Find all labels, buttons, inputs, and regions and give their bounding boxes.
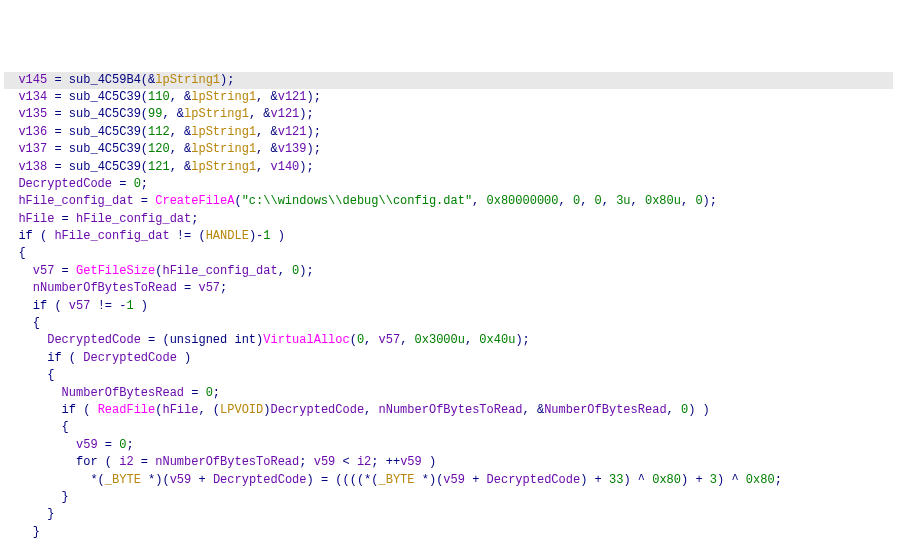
token-var: v59 xyxy=(170,473,192,487)
token-kw: ) + xyxy=(580,473,609,487)
token-kw: ( xyxy=(141,160,148,174)
token-var: hFile_config_dat xyxy=(54,229,169,243)
token-func: sub_4C59B4 xyxy=(69,73,141,87)
token-api: ReadFile xyxy=(98,403,156,417)
token-kw: = xyxy=(54,212,76,226)
token-var: nNumberOfBytesToRead xyxy=(379,403,523,417)
token-var: DecryptedCode xyxy=(487,473,581,487)
token-kw: *)( xyxy=(415,473,444,487)
token-kw: , xyxy=(580,194,594,208)
code-line[interactable]: DecryptedCode = (unsigned int)VirtualAll… xyxy=(4,332,893,349)
token-var: nNumberOfBytesToRead xyxy=(155,455,299,469)
token-kw: ( xyxy=(47,299,69,313)
code-line[interactable]: v136 = sub_4C5C39(112, &lpString1, &v121… xyxy=(4,124,893,141)
token-var: NumberOfBytesRead xyxy=(62,386,184,400)
token-kw: ) + xyxy=(681,473,710,487)
token-kw: ) xyxy=(270,229,284,243)
code-line[interactable]: v145 = sub_4C59B4(&lpString1); xyxy=(4,72,893,89)
code-line[interactable]: if ( v57 != -1 ) xyxy=(4,298,893,315)
token-kw: ) xyxy=(177,351,191,365)
token-kw: } xyxy=(62,490,69,504)
token-var: nNumberOfBytesToRead xyxy=(33,281,177,295)
token-kw: = xyxy=(47,125,69,139)
token-kw: = xyxy=(134,194,156,208)
token-kw: = xyxy=(47,160,69,174)
token-var: v121 xyxy=(278,90,307,104)
code-line[interactable]: } xyxy=(4,524,893,541)
token-kw: , xyxy=(559,194,573,208)
token-kw: ( xyxy=(141,142,148,156)
token-kw: , xyxy=(465,333,479,347)
code-line[interactable]: hFile = hFile_config_dat; xyxy=(4,211,893,228)
code-line[interactable]: if ( ReadFile(hFile, (LPVOID)DecryptedCo… xyxy=(4,402,893,419)
token-kw: != - xyxy=(90,299,126,313)
token-var: v145 xyxy=(18,73,47,87)
token-kw: { xyxy=(47,368,54,382)
code-line[interactable]: for ( i2 = nNumberOfBytesToRead; v59 < i… xyxy=(4,454,893,471)
token-kw: = xyxy=(112,177,134,191)
token-var: i2 xyxy=(119,455,133,469)
code-line[interactable]: if ( DecryptedCode ) xyxy=(4,350,893,367)
token-kw: ; xyxy=(213,386,220,400)
code-line[interactable]: { xyxy=(4,419,893,436)
token-num: 121 xyxy=(148,160,170,174)
token-var: DecryptedCode xyxy=(18,177,112,191)
code-line[interactable]: v57 = GetFileSize(hFile_config_dat, 0); xyxy=(4,263,893,280)
token-kw: , & xyxy=(249,107,271,121)
token-kw: ); xyxy=(220,73,234,87)
token-kw: , & xyxy=(256,90,278,104)
token-kw: ) xyxy=(134,299,148,313)
token-num: 0 xyxy=(134,177,141,191)
token-var: v59 xyxy=(76,438,98,452)
code-line[interactable]: NumberOfBytesRead = 0; xyxy=(4,385,893,402)
token-func: sub_4C5C39 xyxy=(69,160,141,174)
code-line[interactable]: { xyxy=(4,367,893,384)
token-kw: = xyxy=(47,73,69,87)
token-kw: , xyxy=(256,160,270,174)
token-kw: ) = ((((*( xyxy=(307,473,379,487)
token-var: v135 xyxy=(18,107,47,121)
code-line[interactable]: v59 = 0; xyxy=(4,437,893,454)
token-gvar: lpString1 xyxy=(191,90,256,104)
token-num: 1 xyxy=(126,299,133,313)
code-line[interactable]: v137 = sub_4C5C39(120, &lpString1, &v139… xyxy=(4,141,893,158)
code-line[interactable]: nNumberOfBytesToRead = v57; xyxy=(4,280,893,297)
token-kw: ) ^ xyxy=(623,473,652,487)
token-kw: != ( xyxy=(170,229,206,243)
token-kw: ); xyxy=(299,160,313,174)
code-line[interactable]: DecryptedCode = 0; xyxy=(4,176,893,193)
code-line[interactable]: v134 = sub_4C5C39(110, &lpString1, &v121… xyxy=(4,89,893,106)
token-num: 3u xyxy=(616,194,630,208)
token-var: i2 xyxy=(357,455,371,469)
token-kw: + xyxy=(191,473,213,487)
decompiler-code-view[interactable]: v145 = sub_4C59B4(&lpString1); v134 = su… xyxy=(4,72,893,543)
token-var: v137 xyxy=(18,142,47,156)
token-kw: ) xyxy=(422,455,436,469)
token-kw: ); xyxy=(299,107,313,121)
token-num: 0 xyxy=(595,194,602,208)
token-var: v57 xyxy=(33,264,55,278)
code-line[interactable]: { xyxy=(4,315,893,332)
token-api: GetFileSize xyxy=(76,264,155,278)
token-var: DecryptedCode xyxy=(213,473,307,487)
token-kw: { xyxy=(62,420,69,434)
token-var: v138 xyxy=(18,160,47,174)
code-line[interactable]: hFile_config_dat = CreateFileA("c:\\wind… xyxy=(4,193,893,210)
code-line[interactable]: v135 = sub_4C5C39(99, &lpString1, &v121)… xyxy=(4,106,893,123)
code-line[interactable]: *(_BYTE *)(v59 + DecryptedCode) = ((((*(… xyxy=(4,472,893,489)
token-func: sub_4C5C39 xyxy=(69,142,141,156)
token-var: v136 xyxy=(18,125,47,139)
token-func: sub_4C5C39 xyxy=(69,125,141,139)
token-kw: ; xyxy=(141,177,148,191)
token-num: 0 xyxy=(695,194,702,208)
code-line[interactable]: v138 = sub_4C5C39(121, &lpString1, v140)… xyxy=(4,159,893,176)
code-line[interactable]: { xyxy=(4,245,893,262)
token-kw: } xyxy=(33,525,40,539)
token-kw: } xyxy=(47,507,54,521)
token-kw: { xyxy=(33,316,40,330)
code-line[interactable]: } xyxy=(4,506,893,523)
token-kw: ( xyxy=(141,107,148,121)
code-line[interactable]: } xyxy=(4,489,893,506)
code-line[interactable]: if ( hFile_config_dat != (HANDLE)-1 ) xyxy=(4,228,893,245)
token-str: "c:\\windows\\debug\\config.dat" xyxy=(242,194,472,208)
